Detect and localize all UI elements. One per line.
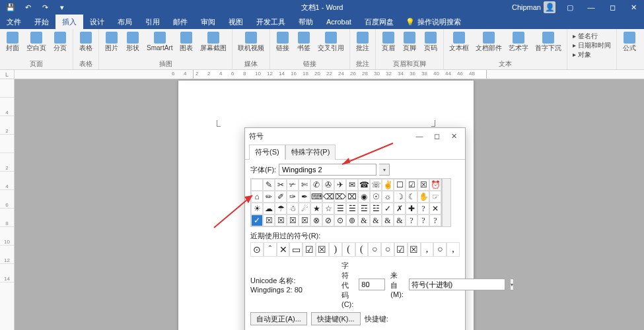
font-select[interactable] [279,164,376,176]
symbol-cell[interactable]: ⌧ [346,191,358,203]
symbol-cell[interactable]: ☉ [370,191,382,203]
首字下沉-button[interactable]: 首字下沉 [532,30,564,53]
symbol-cell[interactable]: ☒ [287,214,299,226]
font-dropdown-icon[interactable]: ▾ [379,164,390,176]
dialog-maximize-icon[interactable]: ◻ [429,130,444,142]
tab-引用[interactable]: 引用 [139,15,166,29]
tab-Acrobat[interactable]: Acrobat [320,15,358,29]
save-icon[interactable]: 💾 [3,1,18,14]
公式-button[interactable]: 公式 [620,30,639,53]
tab-开始[interactable]: 开始 [28,15,55,29]
recent-symbol-cell[interactable]: ☑ [303,242,316,257]
链接-button[interactable]: 链接 [273,30,293,53]
页码-button[interactable]: 页码 [421,30,441,53]
symbol-cell[interactable]: ☽ [394,191,406,203]
symbol-cell[interactable]: ✃ [287,179,299,191]
tab-设计[interactable]: 设计 [83,15,111,29]
symbol-cell[interactable]: ✐ [275,191,287,203]
recent-symbol-cell[interactable]: ✕ [277,242,290,257]
symbol-cell[interactable]: & [358,214,370,226]
symbol-cell[interactable]: ✕ [429,203,441,214]
空白页-button[interactable]: 空白页 [24,30,49,53]
recent-symbol-cell[interactable]: ☒ [316,242,329,257]
批注-button[interactable]: 批注 [353,30,373,53]
艺术字-button[interactable]: 艺术字 [506,30,531,53]
symbol-cell[interactable]: ✚ [406,203,417,214]
tab-开发工具[interactable]: 开发工具 [250,15,292,29]
tab-symbols[interactable]: 符号(S) [249,145,285,160]
文本框-button[interactable]: 文本框 [447,30,472,53]
tab-文件[interactable]: 文件 [0,15,28,29]
recent-symbol-cell[interactable]: ˆ [264,242,277,257]
symbol-cell[interactable]: ✋ [417,191,429,203]
symbol-cell[interactable]: ✓ [382,203,394,214]
symbol-cell[interactable]: ✑ [287,191,299,203]
recent-symbol-cell[interactable]: , [421,242,434,257]
recent-symbol-cell[interactable]: ○ [381,242,394,257]
symbol-cell[interactable]: ☀ [251,203,263,214]
tab-布局[interactable]: 布局 [111,15,139,29]
symbol-cell[interactable]: ✌ [382,179,394,191]
symbol-cell[interactable]: ☼ [382,191,394,203]
日期和时间-button[interactable]: ▸ 日期和时间 [573,41,611,50]
symbol-cell[interactable]: ✇ [322,179,334,191]
symbol-cell[interactable]: ★ [310,203,322,214]
maximize-icon[interactable]: ◻ [602,0,623,15]
symbol-cell[interactable]: ⊚ [346,214,358,226]
symbol-cell[interactable]: ☐ [394,179,406,191]
形状-button[interactable]: 形状 [123,30,143,53]
表格-button[interactable]: 表格 [76,30,96,53]
redo-icon[interactable]: ↷ [37,1,53,14]
symbol-cell[interactable]: ☒ [299,214,310,226]
symbol-cell[interactable]: ⌂ [251,191,263,203]
tab-邮件[interactable]: 邮件 [166,15,194,29]
symbol-cell[interactable] [251,179,263,191]
symbol-cell[interactable]: ✏ [263,191,275,203]
symbol-cell[interactable]: & [370,214,382,226]
文档部件-button[interactable]: 文档部件 [473,30,505,53]
recent-symbol-cell[interactable]: ▭ [289,242,303,257]
symbol-cell[interactable]: ? [429,214,441,226]
recent-symbol-cell[interactable]: ○ [368,242,381,257]
recent-symbol-cell[interactable]: ☑ [394,242,408,257]
symbol-cell[interactable]: ☳ [370,203,382,214]
char-code-input[interactable] [359,279,385,290]
symbol-cell[interactable]: ✗ [394,203,406,214]
qat-more-icon[interactable]: ▾ [54,1,70,14]
tab-视图[interactable]: 视图 [222,15,250,29]
symbol-cell[interactable]: ✂ [275,179,287,191]
symbol-cell[interactable]: ⊘ [322,214,334,226]
symbol-cell[interactable]: ✎ [263,179,275,191]
SmartArt-button[interactable]: SmartArt [144,30,175,53]
tab-百度网盘[interactable]: 百度网盘 [358,15,400,29]
tab-审阅[interactable]: 审阅 [194,15,222,29]
分页-button[interactable]: 分页 [50,30,70,53]
grid-scrollbar[interactable] [442,178,451,227]
对象-button[interactable]: ▸ 对象 [573,50,611,59]
symbol-cell[interactable]: ☒ [417,179,429,191]
tab-帮助[interactable]: 帮助 [292,15,320,29]
symbol-cell[interactable]: ✓ [251,214,263,226]
autocorrect-button[interactable]: 自动更正(A)... [250,312,307,325]
页脚-button[interactable]: 页脚 [400,30,419,53]
user-badge[interactable]: Chipman 👤 [508,1,559,13]
symbol-cell[interactable]: ☂ [275,203,287,214]
symbol-cell[interactable]: ◉ [358,191,370,203]
minimize-icon[interactable]: — [581,0,602,15]
symbol-cell[interactable]: ? [406,214,417,226]
dialog-close-icon[interactable]: ✕ [447,130,461,142]
symbol-cell[interactable]: ☒ [275,214,287,226]
symbol-cell[interactable]: ✉ [346,179,358,191]
符号-button[interactable]: 符号 [641,30,644,53]
symbol-cell[interactable]: ☁ [263,203,275,214]
交叉引用-button[interactable]: 交叉引用 [315,30,347,53]
symbol-cell[interactable]: ☎ [358,179,370,191]
tab-special-chars[interactable]: 特殊字符(P) [285,145,336,160]
symbol-cell[interactable]: ⏰ [429,179,441,191]
symbol-cell[interactable]: ✆ [310,179,322,191]
封面-button[interactable]: 封面 [3,30,22,53]
symbol-cell[interactable]: & [382,214,394,226]
图表-button[interactable]: 图表 [176,30,196,53]
页眉-button[interactable]: 页眉 [378,30,398,53]
shortcut-key-button[interactable]: 快捷键(K)... [311,312,361,325]
